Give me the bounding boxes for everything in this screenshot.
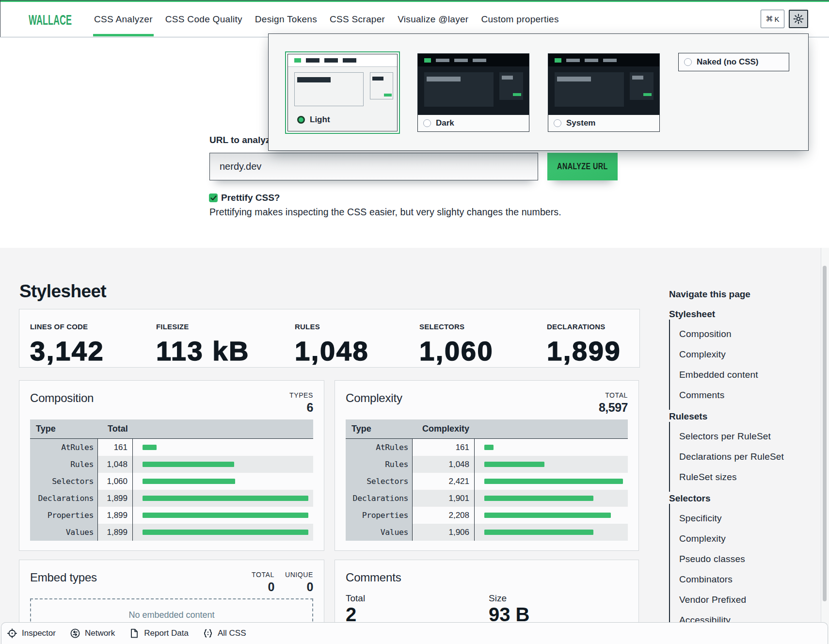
naked-label: Naked (no CSS): [697, 57, 759, 67]
kpi-block: TYPES 6: [289, 391, 313, 415]
sidenav-combinators[interactable]: Combinators: [670, 569, 805, 590]
report-data-tool[interactable]: Report Data: [129, 628, 189, 638]
nav-css-scraper[interactable]: CSS Scraper: [330, 2, 385, 37]
naked-radio[interactable]: [684, 58, 692, 66]
kpi-block: TOTAL 8,597: [599, 391, 628, 415]
value-bar: [484, 530, 593, 535]
theme-toggle-button[interactable]: [789, 10, 808, 28]
preview-nav-bar: [585, 59, 598, 62]
sidenav-selectors[interactable]: Selectors: [669, 493, 805, 504]
sidenav-embedded-content[interactable]: Embedded content: [670, 365, 805, 385]
row-value: 2,421: [413, 473, 475, 490]
prettify-label[interactable]: Prettify CSS?: [221, 193, 280, 203]
dock-item-label: Inspector: [22, 628, 56, 638]
stat-filesize: FILESIZE 113 kB: [156, 322, 295, 367]
stylesheet-stats-card: LINES OF CODE 3,142 FILESIZE 113 kB RULE…: [19, 309, 640, 368]
sidenav-ruleset-sizes[interactable]: RuleSet sizes: [670, 467, 805, 487]
sidenav-specificity[interactable]: Specificity: [670, 508, 805, 529]
url-label: URL to analyze: [209, 135, 275, 145]
card-header-row: Composition TYPES 6: [30, 391, 313, 415]
all-css-tool[interactable]: All CSS: [203, 628, 246, 638]
row-value: 1,901: [413, 490, 475, 507]
nav-custom-properties[interactable]: Custom properties: [481, 2, 558, 37]
comments-title: Comments: [346, 571, 401, 584]
preview-nav-bar: [436, 59, 449, 62]
unique-kpi-label: UNIQUE: [285, 571, 313, 579]
preview-text-bar: [632, 76, 643, 80]
analyze-url-label: ANALYZE URL: [557, 161, 608, 172]
composition-card: Composition TYPES 6 Type Total AtRules 1…: [19, 380, 324, 551]
prettify-checkbox[interactable]: [209, 193, 218, 202]
value-bar: [484, 479, 623, 484]
theme-option-system[interactable]: System: [548, 53, 660, 132]
dock-item-label: All CSS: [218, 628, 246, 638]
sidenav-selectors-per-ruleset[interactable]: Selectors per RuleSet: [670, 426, 805, 447]
row-type: Values: [346, 524, 413, 541]
dark-radio[interactable]: [423, 119, 431, 127]
comments-total: Total 2: [346, 593, 485, 626]
value-bar: [484, 462, 544, 467]
command-palette-button[interactable]: ⌘ K: [761, 10, 784, 28]
table-row: Values 1,906: [346, 524, 628, 541]
theme-option-dark[interactable]: Dark: [417, 53, 529, 132]
sidenav-group-items: Specificity Complexity Pseudo classes Co…: [669, 504, 805, 635]
dark-preview-topbar: [418, 54, 529, 66]
swap-circle-icon: [70, 628, 80, 638]
sidenav-comments[interactable]: Comments: [670, 385, 805, 405]
nav-visualize-layer[interactable]: Visualize @layer: [398, 2, 468, 37]
stat-lines-of-code: LINES OF CODE 3,142: [30, 322, 156, 367]
row-value: 1,048: [98, 456, 133, 473]
shortcut-key-label: K: [774, 15, 779, 23]
sidenav-stylesheet[interactable]: Stylesheet: [669, 309, 805, 320]
row-type: Properties: [30, 507, 98, 524]
bar-cell: [475, 530, 628, 535]
network-tool[interactable]: Network: [70, 628, 115, 638]
preview-nav-bar: [473, 59, 486, 62]
value-bar: [143, 513, 308, 518]
theme-option-naked[interactable]: Naked (no CSS): [678, 53, 789, 71]
svg-text:WALLACE: WALLACE: [29, 12, 72, 27]
nav-css-code-quality[interactable]: CSS Code Quality: [165, 2, 242, 37]
sidenav-composition[interactable]: Composition: [670, 324, 805, 344]
preview-logo-badge: [555, 58, 561, 63]
light-radio[interactable]: [297, 116, 305, 124]
scrollbar-thumb[interactable]: [823, 266, 827, 601]
preview-text-bar: [427, 77, 461, 81]
theme-preview-frame: Dark: [417, 53, 529, 132]
main-nav: CSS Analyzer CSS Code Quality Design Tok…: [94, 2, 559, 37]
dark-label: Dark: [436, 118, 454, 128]
row-value: 161: [413, 439, 475, 456]
theme-option-light[interactable]: Light: [285, 51, 400, 134]
wallace-logo[interactable]: WALLACE: [29, 2, 73, 37]
composition-title: Composition: [30, 391, 94, 405]
bar-cell: [475, 479, 628, 484]
sidenav-rulesets[interactable]: Rulesets: [669, 411, 805, 422]
command-icon: ⌘: [765, 15, 773, 23]
stat-declarations: DECLARATIONS 1,899: [547, 322, 621, 367]
table-row: Properties 2,208: [346, 507, 628, 524]
stat-value: 1,899: [547, 335, 621, 367]
nav-css-analyzer[interactable]: CSS Analyzer: [94, 2, 153, 37]
bar-cell: [133, 530, 313, 535]
row-type: Declarations: [346, 490, 413, 507]
sidenav-complexity-selectors[interactable]: Complexity: [670, 529, 805, 549]
types-kpi-label: TYPES: [289, 391, 313, 399]
value-bar: [484, 445, 494, 450]
system-preview-topbar: [548, 54, 659, 66]
nav-design-tokens[interactable]: Design Tokens: [255, 2, 317, 37]
sidenav-declarations-per-ruleset[interactable]: Declarations per RuleSet: [670, 447, 805, 467]
inspector-tool[interactable]: Inspector: [7, 628, 56, 638]
braces-icon: [203, 628, 213, 638]
url-input[interactable]: [209, 153, 538, 180]
sidenav-pseudo-classes[interactable]: Pseudo classes: [670, 549, 805, 569]
sidenav-complexity[interactable]: Complexity: [670, 344, 805, 365]
window-left-hairline: [0, 0, 0, 37]
column-header-total: Total: [98, 424, 133, 434]
comments-size: Size 93 B: [489, 593, 628, 626]
sidenav-vendor-prefixed[interactable]: Vendor Prefixed: [670, 590, 805, 610]
page-scrollbar[interactable]: [821, 248, 829, 644]
wallace-logo-text: WALLACE: [29, 12, 73, 27]
system-radio[interactable]: [554, 119, 561, 127]
analyze-url-button[interactable]: ANALYZE URL: [547, 153, 618, 180]
light-preview-topbar: [288, 54, 397, 67]
